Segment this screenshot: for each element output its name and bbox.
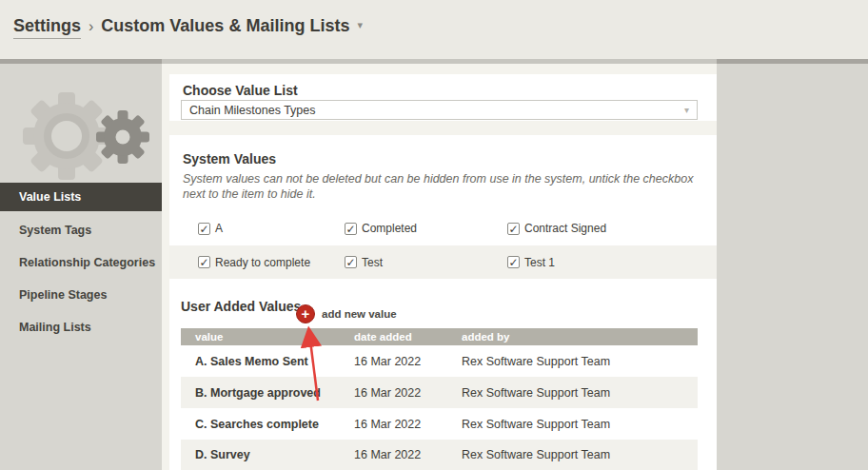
checkbox-label: A [215,222,223,235]
row-added-by: Rex Software Support Team [462,418,610,431]
sidebar-item-relationship-categories[interactable]: Relationship Categories [0,251,162,274]
checkbox-item[interactable]: ✓ Contract Signed [507,211,606,245]
sidebar-item-pipeline-stages[interactable]: Pipeline Stages [0,284,162,306]
system-values-description: System values can not be deleted but can… [183,171,697,202]
checkbox-item[interactable]: ✓ Ready to complete [198,245,310,279]
checkbox-checked-icon[interactable]: ✓ [198,223,210,235]
checkbox-checked-icon[interactable]: ✓ [198,256,210,268]
system-values-row: ✓ A ✓ Completed ✓ Contract Signed [169,211,717,245]
checkbox-item[interactable]: ✓ Completed [345,211,417,245]
column-header-added-by: added by [462,331,509,343]
checkbox-checked-icon[interactable]: ✓ [507,256,520,268]
values-section: System Values System values can not be d… [169,135,717,470]
checkbox-checked-icon[interactable]: ✓ [345,256,357,268]
checkbox-item[interactable]: ✓ Test [345,245,383,279]
checkbox-checked-icon[interactable]: ✓ [507,223,520,235]
row-added-by: Rex Software Support Team [462,448,610,461]
choose-value-list-section: Choose Value List Chain Milestones Types… [169,74,717,121]
row-value: A. Sales Memo Sent [195,355,308,368]
checkbox-label: Contract Signed [524,222,606,235]
row-date-added: 16 Mar 2022 [354,448,421,461]
gears-icon [0,71,162,195]
sidebar-item-mailing-lists[interactable]: Mailing Lists [0,316,162,339]
page-title: Custom Values & Mailing Lists [101,16,349,36]
checkbox-label: Ready to complete [215,256,310,269]
sidebar-item-value-lists[interactable]: Value Lists [0,183,162,211]
row-date-added: 16 Mar 2022 [354,386,421,400]
column-header-value: value [195,331,223,343]
row-date-added: 16 Mar 2022 [354,418,421,431]
row-date-added: 16 Mar 2022 [354,355,421,368]
content-panel: Choose Value List Chain Milestones Types… [162,64,717,470]
breadcrumb-separator: › [89,18,93,35]
table-row: B. Mortgage approved 16 Mar 2022 Rex Sof… [181,377,698,408]
title-dropdown-caret-icon[interactable]: ▾ [357,19,363,31]
checkbox-item[interactable]: ✓ Test 1 [507,245,555,279]
table-header: value date added added by [181,328,698,345]
row-added-by: Rex Software Support Team [462,355,610,368]
row-value: C. Searches complete [195,418,319,431]
value-list-dropdown[interactable]: Chain Milestones Types ▾ [181,100,698,120]
add-new-value-label[interactable]: add new value [322,308,397,320]
row-value: D. Survey [195,448,250,461]
settings-page: Settings › Custom Values & Mailing Lists… [0,0,868,470]
checkbox-checked-icon[interactable]: ✓ [345,223,357,235]
checkbox-item[interactable]: ✓ A [198,211,223,245]
system-values-row: ✓ Ready to complete ✓ Test ✓ Test 1 [169,245,717,279]
table-row: C. Searches complete 16 Mar 2022 Rex Sof… [181,408,698,440]
sidebar-item-system-tags[interactable]: System Tags [0,219,162,242]
breadcrumb: Settings › Custom Values & Mailing Lists… [13,16,363,39]
table-row: D. Survey 16 Mar 2022 Rex Software Suppo… [181,440,698,470]
settings-sidebar: Value Lists System Tags Relationship Cat… [0,64,162,470]
breadcrumb-settings-link[interactable]: Settings [13,16,81,39]
checkbox-label: Test [362,256,383,269]
checkbox-label: Test 1 [524,256,555,269]
choose-value-list-heading: Choose Value List [183,83,298,98]
row-added-by: Rex Software Support Team [462,386,610,400]
page-header: Settings › Custom Values & Mailing Lists… [0,0,868,59]
table-row: A. Sales Memo Sent 16 Mar 2022 Rex Softw… [181,345,698,377]
column-header-date-added: date added [354,331,412,343]
user-added-values-heading: User Added Values [181,299,301,314]
checkbox-label: Completed [362,222,417,235]
add-new-value-button[interactable]: + [296,304,315,323]
dropdown-caret-icon: ▾ [684,105,689,115]
system-values-heading: System Values [183,151,276,166]
row-value: B. Mortgage approved [195,386,321,400]
value-list-selected: Chain Milestones Types [189,104,315,117]
